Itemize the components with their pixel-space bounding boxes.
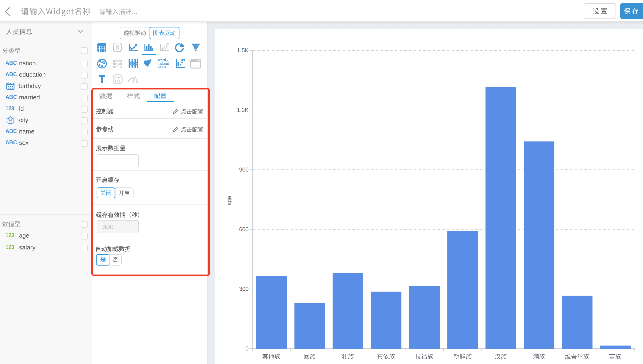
svg-text:0: 0 (246, 345, 248, 352)
svg-text:1.2K: 1.2K (237, 107, 248, 113)
svg-text:900: 900 (239, 166, 248, 173)
svg-text:600: 600 (239, 226, 248, 232)
svg-text:300: 300 (239, 286, 248, 292)
svg-text:8: 8 (116, 44, 119, 51)
svg-text:age: age (226, 196, 232, 206)
svg-text:1.5K: 1.5K (237, 47, 248, 54)
